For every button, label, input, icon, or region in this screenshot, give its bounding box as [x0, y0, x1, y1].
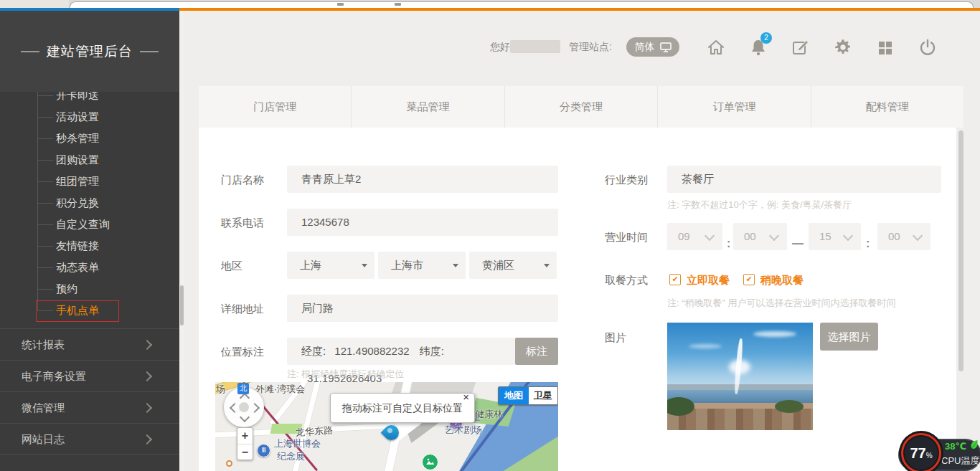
pan-left-icon[interactable] — [230, 403, 240, 413]
sidebar-item-custom-query[interactable]: 自定义查询 — [0, 214, 179, 235]
power-logout-icon[interactable] — [918, 38, 937, 57]
chevron-right-icon — [142, 434, 152, 444]
sidebar: 建站管理后台 开卡即送 活动设置 秒杀管理 团购设置 组团管理 积分兑换 自定义… — [0, 11, 179, 471]
chevron-down-icon — [705, 231, 715, 241]
pickup-now-checkbox[interactable]: ✔ — [669, 274, 681, 285]
city-select[interactable]: 上海市 — [378, 252, 466, 279]
sidebar-section-wechat[interactable]: 微信管理 — [0, 391, 179, 423]
map-label-park: 健康林 — [475, 408, 503, 421]
tab-dish-management[interactable]: 菜品管理 — [351, 86, 504, 128]
store-name-input[interactable]: 青青原上草2 — [287, 166, 558, 193]
tab-ingredient-management[interactable]: 配料管理 — [811, 86, 963, 128]
mark-location-button[interactable]: 标注 — [515, 338, 558, 365]
photo-cloud — [689, 344, 722, 348]
notification-badge: 2 — [760, 32, 772, 44]
title-dash-left — [21, 51, 39, 52]
admin-panel-title: 建站管理后台 — [47, 42, 133, 61]
address-label: 详细地址 — [221, 303, 264, 316]
cpu-temperature-value: 38℃ — [945, 441, 966, 452]
sidebar-scrollbar-track[interactable] — [179, 11, 184, 471]
chevron-down-icon — [769, 231, 779, 241]
sidebar-scrollbar-thumb[interactable] — [180, 285, 184, 325]
map-label-children-2: 艺术剧场 — [445, 424, 482, 437]
map-tooltip: 拖动标注可自定义目标位置 × — [330, 393, 475, 423]
pan-right-icon[interactable] — [250, 403, 260, 413]
photo-trees — [775, 400, 804, 413]
sidebar-item-seckill[interactable]: 秒杀管理 — [0, 128, 179, 149]
location-coords-field[interactable]: 经度: 121.490882232 纬度: 31.1952626403 — [287, 338, 515, 365]
map-label-bund: 外滩·湾璞会 — [255, 383, 305, 396]
edit-compose-icon[interactable] — [791, 38, 810, 57]
address-bar-glyph — [337, 3, 344, 6]
title-dash-right — [140, 51, 159, 52]
map-poi-dot — [226, 460, 232, 467]
open-hour-select[interactable]: 09 — [667, 223, 722, 250]
cpu-temperature-label: CPU温度 — [941, 455, 979, 467]
photo-cloud — [753, 331, 796, 337]
sidebar-item-dynamic-form[interactable]: 动态表单 — [0, 257, 179, 278]
map-type-switch: 地图 卫星 — [498, 386, 558, 405]
sidebar-item-team[interactable]: 组团管理 — [0, 171, 179, 192]
map-label-expo-2: 纪念展 — [277, 450, 305, 463]
longitude-label: 经度: — [301, 345, 326, 357]
pan-down-icon[interactable] — [240, 412, 250, 422]
zoom-in-button[interactable]: + — [237, 428, 253, 444]
accent-line-orange — [179, 8, 980, 11]
industry-input[interactable]: 茶餐厅 — [667, 166, 941, 193]
sidebar-section-ecommerce[interactable]: 电子商务设置 — [0, 360, 179, 391]
select-arrow-icon — [453, 264, 458, 267]
district-select[interactable]: 黄浦区 — [469, 252, 557, 279]
sidebar-section-site-log[interactable]: 网站日志 — [0, 423, 179, 455]
phone-input[interactable]: 12345678 — [287, 209, 558, 236]
zoom-out-button[interactable]: − — [237, 444, 253, 460]
map-type-satellite-button[interactable]: 卫星 — [529, 387, 557, 404]
sidebar-item-points[interactable]: 积分兑换 — [0, 192, 179, 214]
monitor-icon — [660, 42, 672, 52]
address-input[interactable]: 局门路 — [287, 295, 558, 322]
phone-label: 联系电话 — [221, 217, 264, 230]
settings-gear-icon[interactable] — [834, 38, 852, 57]
sidebar-item-activity[interactable]: 活动设置 — [0, 106, 179, 128]
sidebar-item-mobile-order[interactable]: 手机点单 — [0, 300, 179, 321]
map-label-expo-1: 上海世博会 — [274, 437, 321, 450]
sidebar-item-groupbuy[interactable]: 团购设置 — [0, 149, 179, 171]
location-note: 注: 根据经纬度进行精确定位 — [287, 368, 404, 381]
sidebar-item-links[interactable]: 友情链接 — [0, 235, 179, 257]
pickup-now-label: 立即取餐 — [687, 274, 730, 287]
apps-grid-icon[interactable] — [876, 38, 895, 57]
tooltip-close-icon[interactable]: × — [463, 391, 469, 402]
language-switch-button[interactable]: 简体 — [626, 37, 679, 57]
home-icon[interactable] — [707, 38, 725, 57]
hours-label: 营业时间 — [605, 231, 648, 244]
select-arrow-icon — [362, 264, 367, 267]
close-minute-select[interactable]: 00 — [877, 223, 930, 250]
location-map[interactable]: 场 外滩·湾璞会 龙华东路 Ⅲ 上海世博会 纪念展 ♪ 上海儿童 艺术剧场 健康… — [215, 382, 558, 471]
choose-image-button[interactable]: 选择图片 — [820, 323, 878, 351]
close-hour-select[interactable]: 15 — [809, 223, 861, 250]
map-type-map-button[interactable]: 地图 — [499, 387, 529, 404]
province-select[interactable]: 上海 — [287, 252, 374, 279]
sidebar-item-booking[interactable]: 预约 — [0, 278, 179, 300]
greeting-text: 您好 — [490, 41, 510, 54]
pickup-later-checkbox[interactable]: ✔ — [743, 274, 755, 285]
open-minute-select[interactable]: 00 — [733, 223, 787, 250]
tab-store-management[interactable]: 门店管理 — [199, 86, 351, 128]
address-bar-glyph — [395, 3, 401, 6]
pan-up-icon[interactable] — [240, 393, 250, 403]
chevron-right-icon — [142, 403, 152, 413]
latitude-label: 纬度: — [420, 345, 444, 357]
map-marker-highlight — [387, 428, 392, 433]
longitude-value: 121.490882232 — [334, 345, 409, 357]
time-colon: : — [727, 230, 730, 257]
content-scrollbar-thumb[interactable] — [958, 130, 963, 371]
sidebar-section-statistics[interactable]: 统计报表 — [0, 328, 179, 360]
industry-note: 注: 字数不超过10个字，例: 美食/粤菜/茶餐厅 — [667, 199, 852, 211]
map-zoom-control: + − — [237, 427, 253, 460]
tab-category-management[interactable]: 分类管理 — [504, 86, 657, 128]
browser-tab-area — [0, 0, 69, 8]
browser-chrome-strip — [0, 0, 980, 8]
tab-order-management[interactable]: 订单管理 — [657, 86, 810, 128]
pickup-label: 取餐方式 — [605, 274, 648, 287]
time-colon: : — [866, 230, 870, 257]
module-tabbar: 门店管理 菜品管理 分类管理 订单管理 配料管理 — [199, 86, 963, 128]
